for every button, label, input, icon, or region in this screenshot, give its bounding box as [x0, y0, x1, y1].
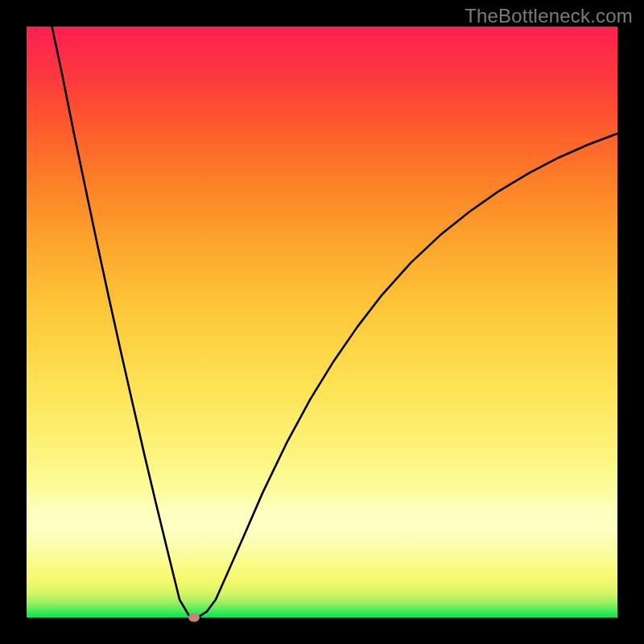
chart-container: TheBottleneck.com	[0, 0, 644, 644]
minimum-marker	[188, 613, 200, 622]
watermark-text: TheBottleneck.com	[464, 5, 633, 27]
bottleneck-curve	[52, 27, 617, 617]
curve-svg	[27, 27, 617, 617]
plot-area	[27, 27, 617, 617]
